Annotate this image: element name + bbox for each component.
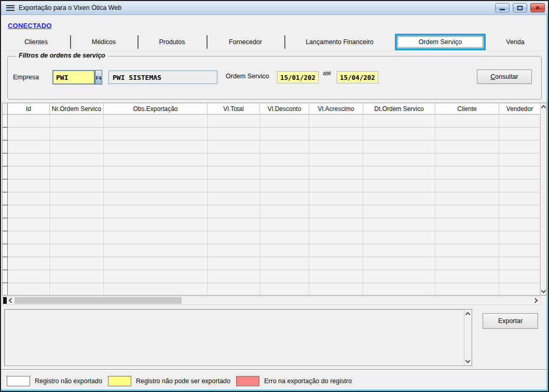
table-cell (363, 218, 435, 231)
minimize-icon (500, 9, 505, 10)
table-row[interactable] (3, 205, 540, 218)
table-cell (8, 115, 50, 128)
consultar-button[interactable]: Consultar (477, 69, 532, 84)
table-cell (104, 128, 208, 141)
table-row[interactable] (3, 128, 540, 141)
table-cell (435, 153, 499, 166)
hamburger-menu-icon[interactable] (6, 5, 15, 11)
scroll-right-icon[interactable] (533, 298, 538, 303)
minimize-button[interactable] (495, 3, 510, 12)
table-cell (309, 192, 363, 205)
tab-clientes[interactable]: Clientes (2, 34, 70, 50)
maximize-icon (517, 6, 523, 10)
column-header-dt-ordem[interactable]: Dt.Ordem Servico (363, 103, 435, 115)
filters-groupbox: Filtros de ordens de serviço Empresa F4 … (7, 56, 542, 100)
log-vertical-scrollbar[interactable] (464, 310, 472, 366)
table-row[interactable] (3, 166, 540, 179)
column-header-vendedor[interactable]: Vendedor (499, 103, 540, 115)
grid-vertical-scrollbar[interactable] (540, 103, 546, 295)
table-cell (104, 283, 208, 295)
column-header-nr-ordem[interactable]: Nr.Ordem Servico (50, 103, 104, 115)
table-row[interactable] (3, 218, 540, 231)
table-cell (8, 153, 50, 166)
column-header-id[interactable]: Id (8, 103, 50, 115)
tab-fornecedor[interactable]: Fornecedor (207, 34, 284, 50)
scroll-up-icon[interactable] (465, 312, 471, 317)
connection-status-link[interactable]: CONECTADO (8, 22, 52, 30)
table-cell (363, 141, 435, 153)
table-row[interactable] (3, 257, 540, 270)
table-row[interactable] (3, 115, 540, 128)
column-header-obs-exportacao[interactable]: Obs.Exportação (104, 103, 208, 115)
column-header-vl-acrescimo[interactable]: Vl.Acrescimo (309, 103, 363, 115)
empresa-code-input[interactable] (52, 70, 95, 85)
tab-venda[interactable]: Venda (486, 34, 545, 50)
export-log[interactable] (4, 309, 472, 366)
table-cell (8, 179, 50, 192)
table-cell (260, 153, 309, 166)
table-cell (435, 244, 499, 257)
grid-horizontal-scrollbar[interactable] (2, 296, 541, 305)
table-cell (260, 244, 309, 257)
scroll-left-icon[interactable] (9, 298, 14, 303)
table-row[interactable] (3, 153, 540, 166)
table-cell (8, 257, 50, 270)
scroll-up-icon[interactable] (541, 105, 546, 110)
tab-medicos[interactable]: Médicos (70, 34, 138, 50)
exportar-button[interactable]: Exportar (483, 313, 538, 329)
table-cell (8, 218, 50, 231)
orders-grid: Id Nr.Ordem Servico Obs.Exportação Vl.To… (2, 103, 547, 296)
scroll-down-icon[interactable] (465, 358, 471, 363)
title-bar[interactable]: Exportação para o Vixen Ótica Web ✕ (1, 1, 548, 15)
table-cell (208, 192, 260, 205)
table-cell (208, 205, 260, 218)
table-cell (50, 218, 104, 231)
table-cell (208, 179, 260, 192)
tab-bar: Clientes Médicos Produtos Fornecedor Lan… (2, 34, 545, 51)
table-cell (363, 115, 435, 128)
row-indicator-cell (3, 179, 8, 192)
table-cell (260, 192, 309, 205)
table-cell (363, 231, 435, 244)
table-row[interactable] (3, 192, 540, 205)
table-row[interactable] (3, 231, 540, 244)
column-header-cliente[interactable]: Cliente (435, 103, 499, 115)
window-title: Exportação para o Vixen Ótica Web (19, 4, 121, 11)
table-cell (499, 231, 540, 244)
empresa-name-field: PWI SISTEMAS (108, 71, 217, 84)
table-cell (309, 153, 363, 166)
date-to-input[interactable] (337, 71, 378, 83)
column-header-vl-desconto[interactable]: Vl.Desconto (260, 103, 309, 115)
maximize-button[interactable] (513, 3, 527, 12)
date-from-input[interactable] (277, 71, 319, 83)
table-cell (260, 115, 309, 128)
table-cell (104, 179, 208, 192)
table-cell (435, 218, 499, 231)
table-cell (8, 244, 50, 257)
tab-ordem-servico[interactable]: Ordem Serviço (395, 34, 486, 50)
table-row[interactable] (3, 270, 540, 283)
table-cell (8, 192, 50, 205)
table-row[interactable] (3, 244, 540, 257)
column-header-vl-total[interactable]: Vl.Total (208, 103, 260, 115)
close-button[interactable]: ✕ (530, 3, 545, 12)
table-cell (499, 128, 540, 141)
scroll-down-icon[interactable] (541, 288, 546, 293)
table-cell (499, 270, 540, 283)
table-row[interactable] (3, 179, 540, 192)
table-row[interactable] (3, 283, 540, 295)
table-cell (104, 257, 208, 270)
legend-label: Erro na exportação do registro (264, 377, 352, 385)
table-row[interactable] (3, 141, 540, 153)
legend-divider (1, 369, 548, 370)
tab-lancamento-financeiro[interactable]: Lançamento Financeiro (284, 34, 395, 50)
row-indicator-cell (3, 231, 8, 244)
log-section: Exportar (4, 309, 545, 367)
tab-produtos[interactable]: Produtos (138, 34, 207, 50)
empresa-lookup-button[interactable]: F4 (95, 70, 102, 85)
white-status-swatch (7, 376, 30, 386)
table-cell (309, 141, 363, 153)
table-cell (208, 166, 260, 179)
horizontal-scroll-thumb[interactable] (15, 297, 182, 304)
table-cell (104, 153, 208, 166)
